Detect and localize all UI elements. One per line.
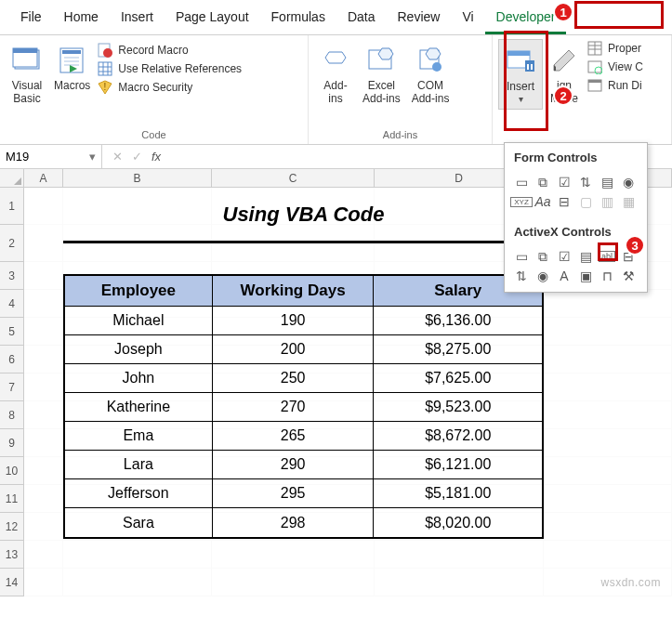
addins-button[interactable]: Add- ins [314,39,357,110]
com-addins-button[interactable]: COM Add-ins [406,39,455,110]
cell[interactable] [24,485,63,513]
table-cell[interactable]: $7,625.00 [374,364,542,393]
cell[interactable] [24,541,63,569]
table-cell[interactable]: 190 [213,307,375,335]
tab-home[interactable]: Home [53,4,110,34]
row-header[interactable]: 1 [0,188,24,225]
table-cell[interactable]: $8,275.00 [374,335,542,364]
tab-file[interactable]: File [9,4,53,34]
table-cell[interactable]: Sara [65,508,213,537]
th-days[interactable]: Working Days [213,276,375,307]
cell[interactable] [544,318,672,346]
table-cell[interactable]: $8,020.00 [374,508,542,537]
name-box[interactable]: M19 ▾ [0,145,102,168]
ax-label-icon[interactable]: A [555,268,573,284]
fx-icon[interactable]: fx [149,150,164,164]
form-label-icon[interactable]: Aa [534,193,552,210]
record-macro-button[interactable]: Record Macro [98,43,242,58]
cell[interactable] [24,346,63,373]
tab-review[interactable]: Review [387,4,452,34]
cell[interactable] [24,290,63,318]
cancel-icon[interactable]: ✕ [110,150,125,164]
cell[interactable] [544,485,672,513]
form-spin-icon[interactable]: ⇅ [576,174,595,190]
table-cell[interactable]: $5,181.00 [374,479,542,508]
form-scroll-icon[interactable]: ⊟ [555,193,573,210]
table-cell[interactable]: 295 [213,479,375,508]
table-cell[interactable]: John [65,364,213,393]
ax-more-icon[interactable]: ⚒ [619,268,638,284]
row-header[interactable]: 7 [0,373,24,401]
col-header-a[interactable]: A [24,169,63,187]
ax-checkbox-icon[interactable]: ☑ [555,248,573,265]
cell[interactable] [24,429,63,457]
tab-view[interactable]: Vi [451,4,484,34]
cell[interactable] [544,541,672,569]
ax-toggle-icon[interactable]: ⊓ [598,268,616,284]
table-cell[interactable]: $6,121.00 [374,451,542,479]
table-cell[interactable]: Michael [65,307,213,335]
table-cell[interactable]: 270 [213,393,375,422]
form-option-icon[interactable]: ◉ [619,174,638,190]
row-header[interactable]: 4 [0,290,24,318]
cell[interactable] [24,225,63,262]
cell[interactable] [24,318,63,346]
tab-data[interactable]: Data [336,4,387,34]
cell[interactable] [212,569,375,596]
ax-list-icon[interactable]: ▤ [576,248,595,265]
run-dialog-button[interactable]: Run Di [587,78,643,93]
enter-icon[interactable]: ✓ [129,150,145,164]
cell[interactable] [24,569,63,596]
cell[interactable] [63,541,212,569]
table-cell[interactable]: 290 [213,451,375,479]
insert-controls-button[interactable]: Insert ▾ [498,39,543,110]
row-header[interactable]: 10 [0,457,24,485]
tab-insert[interactable]: Insert [110,4,165,34]
table-cell[interactable]: 298 [213,508,375,537]
cell[interactable] [375,569,544,596]
cell[interactable] [24,262,63,290]
col-header-c[interactable]: C [212,169,375,187]
select-all-corner[interactable] [0,169,24,187]
cell[interactable] [544,290,672,318]
table-cell[interactable]: $6,136.00 [374,307,542,335]
properties-button[interactable]: Proper [587,41,643,56]
tab-page-layout[interactable]: Page Layout [165,4,260,34]
table-cell[interactable]: Ema [65,422,213,451]
form-group-icon[interactable]: XYZ [512,193,531,210]
cell[interactable] [24,401,63,429]
th-employee[interactable]: Employee [65,276,213,307]
use-relative-references-button[interactable]: Use Relative References [98,61,242,76]
form-checkbox-icon[interactable]: ☑ [555,174,573,190]
form-combo-icon[interactable]: ⧉ [534,174,552,190]
ax-image-icon[interactable]: ▣ [576,268,595,284]
excel-addins-button[interactable]: Excel Add-ins [357,39,406,110]
row-header[interactable]: 13 [0,541,24,569]
cell[interactable] [24,513,63,541]
table-cell[interactable]: 265 [213,422,375,451]
visual-basic-button[interactable]: Visual Basic [6,39,48,110]
table-cell[interactable]: Jefferson [65,479,213,508]
row-header[interactable]: 2 [0,225,24,262]
cell[interactable] [544,373,672,401]
cell[interactable] [544,513,672,541]
row-header[interactable]: 14 [0,569,24,596]
cell[interactable] [212,541,375,569]
ax-command-button-icon[interactable]: ▭ [512,248,531,265]
cell[interactable] [544,457,672,485]
table-cell[interactable]: Katherine [65,393,213,422]
title-cell[interactable]: Using VBA Code [63,188,544,243]
table-cell[interactable]: 250 [213,364,375,393]
dropdown-icon[interactable]: ▾ [89,150,96,164]
cell[interactable] [24,373,63,401]
cell[interactable] [375,541,544,569]
row-header[interactable]: 12 [0,513,24,541]
row-header[interactable]: 9 [0,429,24,457]
ax-combo-icon[interactable]: ⧉ [534,248,552,265]
table-cell[interactable]: Lara [65,451,213,479]
table-cell[interactable]: Joseph [65,335,213,364]
table-cell[interactable]: 200 [213,335,375,364]
table-cell[interactable]: $9,523.00 [374,393,542,422]
form-list-icon[interactable]: ▤ [598,174,616,190]
col-header-b[interactable]: B [63,169,212,187]
